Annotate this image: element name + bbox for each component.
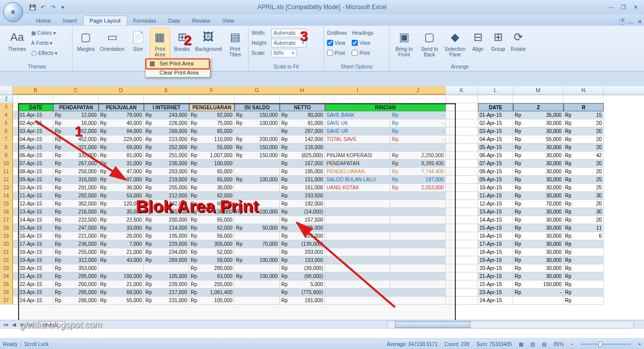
- cell[interactable]: [446, 184, 478, 192]
- cell[interactable]: Z: [513, 103, 564, 111]
- cell[interactable]: Rp84,000: [99, 127, 144, 135]
- row-header[interactable]: 24: [0, 272, 13, 281]
- sheet-nav-prev[interactable]: ◀: [10, 322, 18, 327]
- cell[interactable]: Rp: [564, 248, 604, 256]
- cell[interactable]: [390, 256, 446, 264]
- cell[interactable]: Rp255,000: [189, 281, 234, 289]
- cell[interactable]: Rp(825,000): [280, 152, 325, 160]
- cell[interactable]: Rp100,000: [234, 256, 280, 264]
- cell[interactable]: Rp30: [564, 192, 604, 200]
- row-header[interactable]: 2: [0, 95, 13, 103]
- cell[interactable]: Rp56,000: [189, 232, 234, 240]
- cell[interactable]: 21-Apr-15: [478, 272, 513, 281]
- cell[interactable]: Rp182,000: [280, 200, 325, 208]
- cell[interactable]: [18, 95, 53, 103]
- cell[interactable]: Rp223,000: [144, 135, 189, 144]
- undo-icon[interactable]: ↶: [38, 3, 47, 12]
- cell[interactable]: Rp11: [564, 224, 604, 232]
- cell[interactable]: 23-Apr-15: [478, 289, 513, 297]
- cell[interactable]: Rp20: [564, 144, 604, 152]
- select-all-corner[interactable]: [0, 86, 13, 95]
- cell[interactable]: Rp36,000: [99, 184, 144, 192]
- cell[interactable]: Rp135,000: [280, 224, 325, 232]
- cell[interactable]: [446, 127, 478, 135]
- cell[interactable]: 09-Apr-15: [478, 176, 513, 184]
- redo-icon[interactable]: ↷: [48, 3, 57, 12]
- col-D[interactable]: D: [99, 86, 144, 95]
- cell[interactable]: Rp65,000: [189, 176, 234, 184]
- cell[interactable]: 17-Apr-15: [478, 240, 513, 248]
- cell[interactable]: [513, 297, 564, 305]
- cell[interactable]: [446, 176, 478, 184]
- cell[interactable]: 17-Apr-15: [18, 240, 53, 248]
- cell[interactable]: DATE: [18, 103, 53, 111]
- cell[interactable]: [234, 127, 280, 135]
- row-header[interactable]: 27: [0, 297, 13, 305]
- cell[interactable]: PENGELUARAN: [325, 168, 390, 176]
- cell[interactable]: Rp285,000: [53, 272, 99, 281]
- print-titles-button[interactable]: ▤Print Titles: [225, 28, 245, 59]
- cell[interactable]: Rp30,000: [513, 160, 564, 168]
- cell[interactable]: Rp69,000: [99, 144, 144, 152]
- cell[interactable]: Rp353,000: [53, 264, 99, 272]
- gridlines-view-check[interactable]: [327, 40, 333, 46]
- restore-button[interactable]: ❐: [618, 3, 629, 11]
- tab-insert[interactable]: Insert: [57, 16, 83, 25]
- cell[interactable]: Rp180,000: [99, 272, 144, 281]
- row-header[interactable]: 7: [0, 135, 13, 144]
- cell[interactable]: Rp79,000: [99, 111, 144, 119]
- cell[interactable]: SAVE BANK: [325, 111, 390, 119]
- cell[interactable]: 21-Apr-15: [18, 272, 53, 281]
- cell[interactable]: Rp65,000: [189, 168, 234, 176]
- cell[interactable]: 20-Apr-15: [478, 264, 513, 272]
- cell[interactable]: [13, 289, 18, 297]
- cell[interactable]: [325, 281, 390, 289]
- cell[interactable]: TOTAL SAVE: [325, 135, 390, 144]
- zoom-level[interactable]: 85%: [553, 341, 564, 347]
- cell[interactable]: Rp21,000: [99, 281, 144, 289]
- cell[interactable]: [446, 200, 478, 208]
- cell[interactable]: Rp153,000: [280, 256, 325, 264]
- cell[interactable]: [99, 264, 144, 272]
- cell[interactable]: Rp81,000: [99, 152, 144, 160]
- bring-front-button[interactable]: ▣Bring to Front: [392, 28, 416, 59]
- row-header[interactable]: 23: [0, 264, 13, 272]
- cell[interactable]: [189, 95, 234, 103]
- row-header[interactable]: 3: [0, 103, 13, 111]
- cell[interactable]: 14-Apr-15: [18, 216, 53, 224]
- cell[interactable]: [446, 152, 478, 160]
- cell[interactable]: Rp82,000: [189, 111, 234, 119]
- cell[interactable]: PENJUALAN: [99, 103, 144, 111]
- cell[interactable]: [325, 264, 390, 272]
- cell[interactable]: Rp20: [564, 119, 604, 127]
- view-normal-icon[interactable]: ▦: [519, 341, 523, 347]
- cell[interactable]: [13, 111, 18, 119]
- cell[interactable]: [13, 232, 18, 240]
- cell[interactable]: [446, 224, 478, 232]
- cell[interactable]: [13, 216, 18, 224]
- cell[interactable]: Rp185,000: [280, 168, 325, 176]
- tab-page-layout[interactable]: Page Layout: [83, 16, 127, 25]
- cell[interactable]: Rp: [564, 256, 604, 264]
- cell[interactable]: Rp287,000: [280, 127, 325, 135]
- cell[interactable]: [144, 95, 189, 103]
- cell[interactable]: 10-Apr-15: [478, 184, 513, 192]
- cell[interactable]: Rp42: [564, 152, 604, 160]
- colors-button[interactable]: ▦Colors ▾: [31, 28, 57, 38]
- cell[interactable]: 05-Apr-15: [18, 144, 53, 152]
- cell[interactable]: 03-Apr-15: [18, 127, 53, 135]
- cell[interactable]: Rp30,000: [513, 256, 564, 264]
- row-header[interactable]: 19: [0, 232, 13, 240]
- cell[interactable]: [234, 160, 280, 168]
- cell[interactable]: [13, 224, 18, 232]
- cell[interactable]: [446, 289, 478, 297]
- cell[interactable]: 13-Apr-15: [478, 208, 513, 216]
- cell[interactable]: [446, 272, 478, 281]
- cell[interactable]: Rp251,000: [144, 152, 189, 160]
- cell[interactable]: 24-Apr-15: [18, 297, 53, 305]
- cell[interactable]: Rp105,000: [144, 272, 189, 281]
- cell[interactable]: ISI SALDO: [234, 103, 280, 111]
- cell[interactable]: [446, 240, 478, 248]
- cell[interactable]: Rp8,389,400: [390, 160, 446, 168]
- cell[interactable]: Rp25: [564, 184, 604, 192]
